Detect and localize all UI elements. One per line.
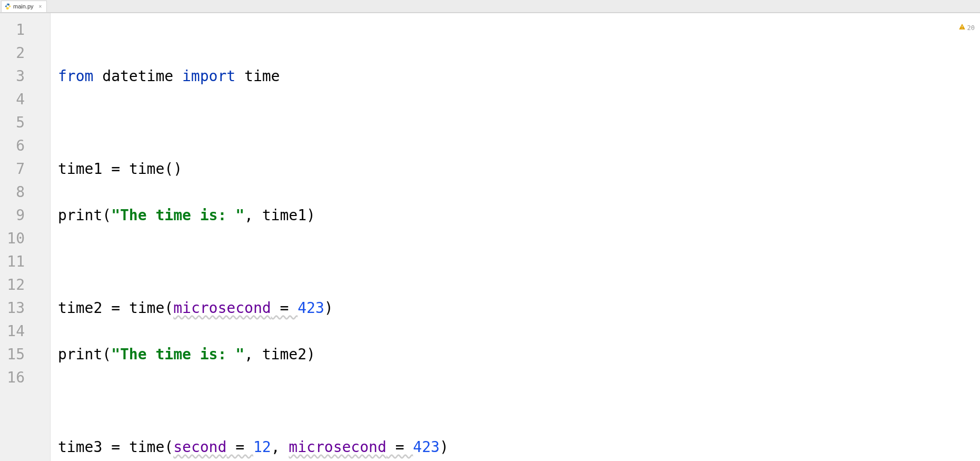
code-line xyxy=(58,250,980,273)
line-number: 12 xyxy=(0,273,50,297)
line-number: 16 xyxy=(0,366,50,389)
svg-point-2 xyxy=(962,28,962,28)
line-number: 5 xyxy=(0,111,50,134)
code-line xyxy=(58,111,980,134)
warning-count: 20 xyxy=(967,16,975,40)
python-file-icon xyxy=(5,3,11,9)
editor-window: main.py × 1 2 3 4 5 6 7 8 9 10 11 12 13 … xyxy=(0,0,980,461)
line-number: 1 xyxy=(0,18,50,42)
file-tab-main-py[interactable]: main.py × xyxy=(1,1,47,12)
line-number: 6 xyxy=(0,134,50,158)
line-number: 15 xyxy=(0,343,50,366)
line-number: 14 xyxy=(0,320,50,343)
line-number: 4 xyxy=(0,88,50,111)
line-number: 11 xyxy=(0,250,50,273)
line-number: 13 xyxy=(0,297,50,320)
close-tab-icon[interactable]: × xyxy=(38,4,43,9)
code-line: time3 = time(second = 12, microsecond = … xyxy=(58,436,980,459)
line-number: 9 xyxy=(0,204,50,227)
line-number: 2 xyxy=(0,42,50,65)
line-number: 8 xyxy=(0,181,50,204)
tab-filename: main.py xyxy=(13,3,34,9)
line-number: 7 xyxy=(0,158,50,181)
code-editor[interactable]: 20 from datetime import time time1 = tim… xyxy=(51,13,980,461)
code-line: print("The time is: ", time1) xyxy=(58,204,980,227)
line-number-gutter: 1 2 3 4 5 6 7 8 9 10 11 12 13 14 15 16 xyxy=(0,13,51,461)
code-area: 1 2 3 4 5 6 7 8 9 10 11 12 13 14 15 16 2… xyxy=(0,13,980,461)
tab-bar: main.py × xyxy=(0,0,980,13)
warning-icon xyxy=(959,16,965,40)
svg-point-1 xyxy=(8,8,9,8)
warning-badge[interactable]: 20 xyxy=(959,16,975,40)
svg-point-0 xyxy=(7,4,7,5)
code-line: from datetime import time xyxy=(58,65,980,88)
code-line: time2 = time(microsecond = 423) xyxy=(58,297,980,320)
code-line xyxy=(58,389,980,413)
code-line: print("The time is: ", time2) xyxy=(58,343,980,366)
line-number: 3 xyxy=(0,65,50,88)
line-number: 10 xyxy=(0,227,50,250)
code-line: time1 = time() xyxy=(58,158,980,181)
